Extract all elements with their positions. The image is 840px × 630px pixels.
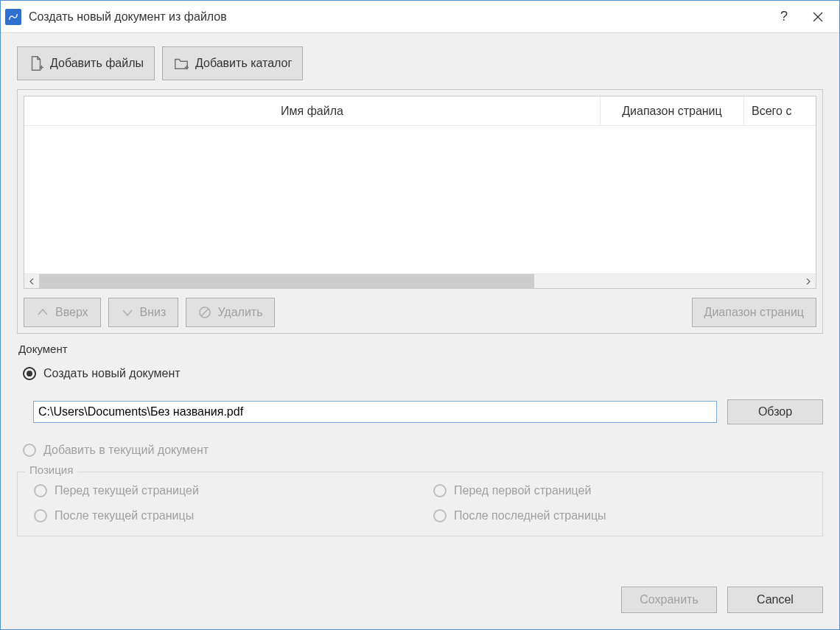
radio-after-last[interactable]	[433, 509, 447, 522]
files-panel: Имя файла Диапазон страниц Всего с	[17, 89, 823, 334]
row-actions: Вверх Вниз Удалить Диапазон страниц	[24, 298, 816, 327]
chevron-down-icon	[121, 306, 134, 319]
col-total[interactable]: Всего с	[744, 97, 816, 125]
pos-before-current-row[interactable]: Перед текущей страницей	[28, 481, 413, 500]
create-new-label: Создать новый документ	[43, 367, 181, 380]
scroll-right-icon[interactable]	[801, 274, 816, 288]
prohibit-icon	[198, 306, 211, 319]
svg-line-7	[201, 309, 209, 316]
table-body	[24, 126, 816, 273]
move-up-button[interactable]: Вверх	[24, 298, 101, 327]
titlebar: Создать новый документ из файлов ?	[1, 1, 839, 33]
close-button[interactable]	[801, 1, 835, 33]
move-up-label: Вверх	[55, 306, 88, 319]
delete-button[interactable]: Удалить	[186, 298, 275, 327]
scroll-thumb[interactable]	[39, 274, 534, 288]
col-filename[interactable]: Имя файла	[24, 97, 601, 125]
scroll-track[interactable]	[39, 274, 801, 288]
save-label: Сохранить	[640, 593, 699, 606]
col-range[interactable]: Диапазон страниц	[601, 97, 744, 125]
move-down-button[interactable]: Вниз	[108, 298, 179, 327]
pos-after-current-row[interactable]: После текущей страницы	[28, 506, 413, 525]
add-files-label: Добавить файлы	[50, 57, 144, 70]
dialog-footer: Сохранить Cancel	[1, 576, 839, 629]
page-range-button[interactable]: Диапазон страниц	[692, 298, 816, 327]
table-header: Имя файла Диапазон страниц Всего с	[24, 97, 816, 126]
cancel-button[interactable]: Cancel	[727, 587, 823, 613]
add-to-current-label: Добавить в текущий документ	[43, 444, 209, 457]
help-button[interactable]: ?	[767, 1, 801, 33]
top-toolbar: Добавить файлы Добавить каталог	[17, 46, 823, 80]
add-file-icon	[28, 55, 44, 71]
app-icon	[5, 9, 21, 25]
chevron-up-icon	[36, 306, 49, 319]
delete-label: Удалить	[217, 306, 262, 319]
create-new-radio-row[interactable]: Создать новый документ	[17, 364, 823, 383]
horizontal-scrollbar[interactable]	[24, 273, 816, 288]
position-fieldset: Позиция Перед текущей страницей Перед пе…	[17, 472, 823, 536]
save-button[interactable]: Сохранить	[621, 587, 717, 613]
browse-label: Обзор	[758, 405, 792, 419]
pos-after-last-label: После последней страницы	[454, 509, 606, 522]
radio-add-to-current[interactable]	[23, 444, 36, 457]
radio-before-first[interactable]	[433, 484, 447, 497]
pos-before-first-label: Перед первой страницей	[454, 484, 591, 497]
scroll-left-icon[interactable]	[24, 274, 39, 288]
radio-after-current[interactable]	[34, 509, 47, 522]
position-legend: Позиция	[25, 463, 77, 476]
add-files-button[interactable]: Добавить файлы	[17, 46, 155, 80]
add-to-current-radio-row[interactable]: Добавить в текущий документ	[17, 441, 823, 460]
pos-before-first-row[interactable]: Перед первой страницей	[427, 481, 812, 500]
move-down-label: Вниз	[140, 306, 167, 319]
output-path-input[interactable]	[33, 401, 717, 423]
dialog-content: Добавить файлы Добавить каталог Имя файл…	[1, 33, 839, 576]
document-section-label: Документ	[17, 343, 823, 355]
pos-after-current-label: После текущей страницы	[55, 509, 194, 522]
window-title: Создать новый документ из файлов	[29, 10, 767, 24]
browse-button[interactable]: Обзор	[727, 399, 823, 424]
path-row: Обзор	[17, 392, 823, 432]
pos-before-current-label: Перед текущей страницей	[55, 484, 199, 497]
add-folder-label: Добавить каталог	[195, 57, 292, 70]
add-folder-icon	[173, 55, 189, 71]
add-folder-button[interactable]: Добавить каталог	[162, 46, 303, 80]
cancel-label: Cancel	[757, 593, 794, 606]
page-range-label: Диапазон страниц	[704, 306, 804, 319]
radio-before-current[interactable]	[34, 484, 47, 497]
pos-after-last-row[interactable]: После последней страницы	[427, 506, 812, 525]
radio-create-new[interactable]	[23, 367, 36, 380]
files-table: Имя файла Диапазон страниц Всего с	[24, 96, 816, 289]
